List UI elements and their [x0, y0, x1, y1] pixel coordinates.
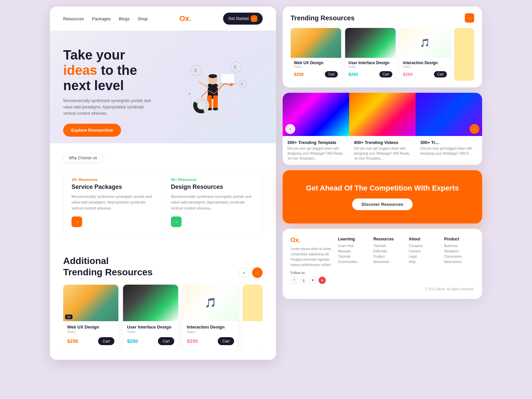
card2-body: User Interface Design Video $250 Cart — [123, 321, 178, 350]
footer-manuals[interactable]: Manuals — [338, 249, 368, 253]
top-card2-type: Video — [348, 65, 392, 68]
why-cards: 10+ Resources Service Packages Monotonec… — [63, 169, 263, 236]
footer-designers[interactable]: Designers — [444, 249, 474, 253]
card1-type: Video — [67, 330, 114, 334]
svg-line-8 — [200, 82, 208, 87]
resource-card-1: 03 Web UX Design Video $250 Cart — [63, 285, 118, 350]
footer-business[interactable]: Business — [444, 244, 474, 248]
svg-rect-3 — [213, 95, 218, 109]
top-card3-cart[interactable]: Cart — [434, 71, 447, 77]
footer-tutorials[interactable]: Tutorials — [338, 255, 368, 258]
footer-legal[interactable]: Legal — [409, 255, 439, 258]
top-card-partial — [454, 28, 474, 81]
footer-res-tutorials[interactable]: Tutorials — [373, 244, 403, 248]
video-gallery: ‹ › 300+ Trending Template Did you ever … — [283, 93, 482, 165]
logo: Ox. — [180, 14, 191, 23]
svg-point-21 — [189, 93, 191, 95]
card3-cart-button[interactable]: Cart — [218, 337, 234, 345]
top-card3-body: Interaction Design Video $250 Cart — [400, 58, 450, 81]
facebook-icon[interactable]: f — [291, 277, 298, 284]
trending-section: Additional Trending Resources ‹ › 03 — [50, 245, 276, 359]
top-card-3: 🎵 Interaction Design Video $250 Cart — [400, 28, 450, 81]
footer-newcomers[interactable]: Newcomers — [444, 260, 474, 264]
nav-blogs[interactable]: Blogs — [119, 16, 130, 21]
top-card3-price: $250 — [403, 72, 413, 77]
footer-classrooms[interactable]: Classrooms — [444, 255, 474, 258]
gallery-inner: ‹ › 300+ Trending Template Did you ever … — [283, 93, 482, 165]
card2-image — [123, 285, 178, 321]
footer-about: About Company Careers Legal Help — [409, 237, 439, 284]
gallery-captions: 300+ Trending Template Did you ever get … — [283, 136, 482, 165]
footer-learning: Learning Learn Hub Manuals Tutorials Com… — [338, 237, 368, 284]
top-card1-body: Web UX Design Video $250 Cart — [291, 58, 341, 81]
design-desc: Monotonectally synthesize synergistic po… — [171, 194, 254, 211]
svg-rect-11 — [219, 83, 236, 84]
hero-section: Take your ideas to the next level Monoto… — [50, 31, 276, 143]
design-tag: 5k+ Resources — [171, 178, 254, 182]
carousel-next[interactable]: › — [252, 267, 263, 278]
top-trending-arrow[interactable]: → — [465, 13, 474, 23]
card1-price: $250 — [67, 338, 78, 344]
top-card3-type: Video — [403, 65, 447, 68]
footer-careers[interactable]: Careers — [409, 249, 439, 253]
nav-resources[interactable]: Resources — [63, 16, 84, 21]
footer-company[interactable]: Company — [409, 244, 439, 248]
svg-rect-10 — [221, 74, 234, 83]
service-desc: Monotonectally synthesize synergistic po… — [71, 194, 155, 211]
footer-learn-hub[interactable]: Learn Hub — [338, 244, 368, 248]
svg-point-7 — [208, 74, 217, 78]
footer-resources: Resources Tutorials Editorials Product N… — [373, 237, 403, 284]
top-card1-type: Video — [294, 65, 338, 68]
right-panel: Trending Resources → Web UX Design Video… — [283, 7, 482, 360]
why-choose-badge: Why Choose us — [63, 153, 103, 163]
gallery-next-button[interactable]: › — [469, 124, 479, 134]
cta-banner: Get Ahead Of The Competition With Expert… — [283, 170, 482, 223]
card2-title: User Interface Design — [127, 325, 174, 330]
hero-text: Take your ideas to the next level Monoto… — [63, 44, 170, 137]
footer-help[interactable]: Help — [409, 260, 439, 264]
arrow-icon: → — [251, 15, 257, 22]
footer-editorials[interactable]: Editorials — [373, 249, 403, 253]
card1-title: Web UX Design — [67, 325, 114, 330]
cta-title: Get Ahead Of The Competition With Expert… — [293, 184, 472, 193]
hero-subtitle: Monotonectally synthesize synergistic po… — [63, 98, 156, 117]
design-title: Design Resources — [171, 184, 254, 191]
service-arrow[interactable]: → — [71, 216, 82, 227]
top-card2-img — [345, 28, 396, 58]
nav-links: Resources Packages Blogs Shop — [63, 16, 148, 21]
top-card3-footer: $250 Cart — [403, 71, 447, 77]
footer-product[interactable]: Product — [373, 255, 403, 258]
hero-illustration: $ $ $ — [170, 44, 263, 127]
top-card1-cart[interactable]: Cart — [325, 71, 338, 77]
get-started-button[interactable]: Get Started → — [223, 13, 263, 25]
top-card2-cart[interactable]: Cart — [379, 71, 392, 77]
footer-newsroom[interactable]: Newsroom — [373, 260, 403, 264]
design-arrow[interactable]: → — [171, 216, 182, 227]
youtube-icon[interactable]: ● — [319, 277, 326, 284]
top-card2-footer: $250 Cart — [348, 71, 392, 77]
card2-cart-button[interactable]: Cart — [158, 337, 174, 345]
gallery-caption-2: 400+ Trending Videos Did you ever get bo… — [349, 136, 416, 165]
nav-shop[interactable]: Shop — [138, 16, 148, 21]
card1-cart-button[interactable]: Cart — [98, 337, 114, 345]
social-icons: f g ♥ ● — [291, 277, 333, 284]
googleplus-icon[interactable]: g — [300, 277, 307, 284]
card3-type: Video — [187, 330, 234, 334]
gallery-prev-button[interactable]: ‹ — [285, 124, 295, 134]
resource-cards: 03 Web UX Design Video $250 Cart — [63, 285, 263, 350]
card2-price: $250 — [127, 338, 138, 344]
footer-grid: Ox. Lorem ipsum dolor sit amet, consecte… — [291, 237, 474, 284]
footer: Ox. Lorem ipsum dolor sit amet, consecte… — [283, 229, 482, 299]
carousel-prev[interactable]: ‹ — [239, 267, 249, 278]
top-trending-header: Trending Resources → — [291, 13, 474, 23]
heart-icon[interactable]: ♥ — [309, 277, 317, 284]
discover-button[interactable]: Discover Resources — [352, 199, 412, 210]
top-trending-section: Trending Resources → Web UX Design Video… — [283, 7, 482, 87]
footer-desc: Lorem ipsum dolor sit amet, consectetur … — [291, 246, 333, 268]
card2-footer: $250 Cart — [127, 337, 174, 345]
top-card1-title: Web UX Design — [294, 61, 338, 65]
explore-button[interactable]: Explore Resourches — [63, 124, 121, 137]
card3-title: Interaction Design — [187, 325, 234, 330]
nav-packages[interactable]: Packages — [92, 16, 111, 21]
footer-communities[interactable]: Communities — [338, 260, 368, 264]
